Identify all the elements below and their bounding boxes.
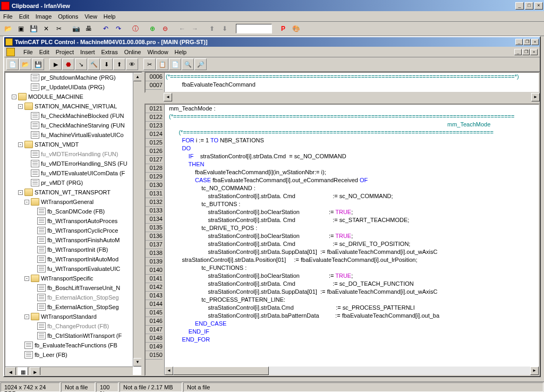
delete-icon[interactable]: ✕ xyxy=(40,23,52,35)
scan-icon[interactable]: 📷 xyxy=(70,23,82,35)
tree-item[interactable]: fu_CheckMachineBlocked (FUN xyxy=(5,111,141,121)
tree-item[interactable]: fu_vMDTErrorHandling (FUN) xyxy=(5,149,141,159)
prev-icon[interactable]: ← xyxy=(176,23,188,35)
findnext-icon[interactable]: 🔎 xyxy=(194,58,207,70)
tree-item[interactable]: fb_WtTransportInitAutoMod xyxy=(5,254,141,264)
expand-icon[interactable]: - xyxy=(12,95,16,99)
rotate-left-icon[interactable]: ↶ xyxy=(100,23,112,35)
mdi-minimize-button[interactable]: _ xyxy=(514,49,522,55)
minimize-button[interactable]: _ xyxy=(515,2,524,10)
tree-item[interactable]: -WtTransportSpecific xyxy=(5,274,141,283)
copy-icon[interactable]: 📋 xyxy=(156,58,168,70)
scroll-up-icon[interactable]: ▲ xyxy=(133,73,142,81)
cut-icon[interactable]: ✂ xyxy=(53,23,65,35)
tree-item[interactable]: fb_ExternalAction_StopSeg xyxy=(5,302,141,312)
tab-next-icon[interactable]: ► xyxy=(30,367,40,376)
expand-icon[interactable]: - xyxy=(18,190,23,195)
toolbar-input[interactable] xyxy=(236,24,272,33)
expand-icon[interactable]: - xyxy=(24,200,29,204)
code-scroll-right-icon[interactable]: ► xyxy=(530,367,539,375)
upload-icon[interactable]: ⬆ xyxy=(113,58,125,70)
save-icon[interactable]: 💾 xyxy=(28,23,39,35)
menu-image[interactable]: Image xyxy=(36,13,52,20)
expand-icon[interactable]: - xyxy=(18,104,23,109)
inner-restore-button[interactable]: ❐ xyxy=(523,39,531,45)
tree-item[interactable]: -STATION_VMDT xyxy=(5,140,141,149)
tree-item[interactable]: fb_ScanDMCode (FB) xyxy=(5,207,141,216)
expand-icon[interactable]: - xyxy=(18,142,23,147)
step-icon[interactable]: ↘ xyxy=(75,58,87,70)
tree-item[interactable]: pr_vMDT (PRG) xyxy=(5,178,141,188)
info-icon[interactable]: ⓘ xyxy=(130,23,141,35)
inner-menu-extras[interactable]: Extras xyxy=(101,49,117,55)
menu-options[interactable]: Options xyxy=(58,13,78,20)
check-icon[interactable]: 🔨 xyxy=(88,58,100,70)
code-scroll-left-icon[interactable]: ◄ xyxy=(165,367,173,375)
monitor-icon[interactable]: 👁 xyxy=(126,58,138,70)
p-icon[interactable]: P xyxy=(277,23,289,35)
down-icon[interactable]: ⬇ xyxy=(219,23,231,35)
paste-icon[interactable]: 📄 xyxy=(169,58,181,70)
inner-menu-project[interactable]: Project xyxy=(56,49,74,55)
code-hscroll[interactable]: ◄ ► xyxy=(165,367,539,375)
tree-item[interactable]: -STATION_WT_TRANSPORT xyxy=(5,188,141,197)
tree-item[interactable]: fb_WtTransportAutoProces xyxy=(5,216,141,226)
tree-vscroll[interactable]: ▲ ▼ xyxy=(133,73,141,367)
tree-item[interactable]: pr_UpdateUIData (PRG) xyxy=(5,82,141,92)
find-icon[interactable]: 🔍 xyxy=(182,58,194,70)
inner-menu-insert[interactable]: Insert xyxy=(80,49,95,55)
tree-item[interactable]: fb_ExternalAction_StopSeg xyxy=(5,293,141,302)
stop-icon[interactable]: ⬣ xyxy=(62,58,74,70)
maximize-button[interactable]: □ xyxy=(525,2,533,10)
tree-item[interactable]: -WtTransportStandard xyxy=(5,312,141,321)
rotate-right-icon[interactable]: ↷ xyxy=(113,23,124,35)
top-scroll-right-icon[interactable]: ► xyxy=(531,93,540,101)
open2-icon[interactable]: 📂 xyxy=(19,58,31,70)
new-icon[interactable]: 📄 xyxy=(6,58,19,70)
next-icon[interactable]: → xyxy=(189,23,201,35)
inner-close-button[interactable]: × xyxy=(531,39,539,45)
menu-file[interactable]: File xyxy=(3,13,13,20)
tree-item[interactable]: pr_ShutdownMachine (PRG) xyxy=(5,73,141,82)
tree-item[interactable]: fu_WtTransportEvaluateUIC xyxy=(5,264,141,274)
save2-icon[interactable]: 💾 xyxy=(32,58,44,70)
scroll-down-icon[interactable]: ▼ xyxy=(133,358,142,367)
cut2-icon[interactable]: ✂ xyxy=(143,58,156,70)
inner-menu-help[interactable]: Help xyxy=(175,49,187,55)
run-icon[interactable]: ▶ xyxy=(49,58,62,70)
expand-icon[interactable]: - xyxy=(24,314,29,319)
settings-icon[interactable]: 🎨 xyxy=(290,23,302,35)
mdi-close-button[interactable]: × xyxy=(530,49,538,55)
tree-item[interactable]: fu_vMDTErrorHandling_SNS (FU xyxy=(5,159,141,168)
tree-item[interactable]: -MODULE_MACHINE xyxy=(5,92,141,101)
code-body[interactable]: 0121012201230124012501260127012801290130… xyxy=(144,104,540,376)
menu-edit[interactable]: Edit xyxy=(19,13,29,20)
tree-item[interactable]: -WtTransportGeneral xyxy=(5,197,141,207)
tree-item[interactable]: fb_ChangeProduct (FB) xyxy=(5,321,141,331)
print-icon[interactable]: 🖶 xyxy=(83,23,95,35)
tab-prev-icon[interactable]: ◄ xyxy=(5,367,16,376)
tree-item[interactable]: fu_MachineVirtualEvaluateUICo xyxy=(5,130,141,140)
open-icon[interactable]: 📂 xyxy=(2,23,14,35)
inner-minimize-button[interactable]: _ xyxy=(515,39,523,45)
close-button[interactable]: × xyxy=(534,2,543,10)
up-icon[interactable]: ⬆ xyxy=(206,23,218,35)
download-icon[interactable]: ⬇ xyxy=(100,58,113,70)
tree-item[interactable]: fb_Leer (FB) xyxy=(5,350,141,360)
tree-item[interactable]: fb_BoschLiftTraverseUnit_N xyxy=(5,283,141,293)
tree-item[interactable]: fb_CtrlStationWtTransport (F xyxy=(5,331,141,340)
inner-menu-online[interactable]: Online xyxy=(124,49,141,55)
zoom-out-icon[interactable]: ⊖ xyxy=(159,23,171,35)
top-scroll-left-icon[interactable]: ◄ xyxy=(164,93,172,101)
menu-help[interactable]: Help xyxy=(104,13,116,20)
zoom-in-icon[interactable]: ⊕ xyxy=(147,23,158,35)
inner-menu-window[interactable]: Window xyxy=(147,49,168,55)
slideshow-icon[interactable]: ▣ xyxy=(15,23,27,35)
tab-pou-icon[interactable]: ▦ xyxy=(18,367,28,376)
tree-item[interactable]: fu_CheckMachineStarving (FUN xyxy=(5,121,141,130)
tree-item[interactable]: -STATION_MACHINE_VIRTUAL xyxy=(5,101,141,111)
tree-item[interactable]: fb_WtTransportFinishAutoM xyxy=(5,235,141,245)
inner-menu-edit[interactable]: Edit xyxy=(39,49,49,55)
mdi-restore-button[interactable]: ❐ xyxy=(522,49,530,55)
tree-item[interactable]: fb_EvaluateTeachFunctions (FB xyxy=(5,340,141,350)
